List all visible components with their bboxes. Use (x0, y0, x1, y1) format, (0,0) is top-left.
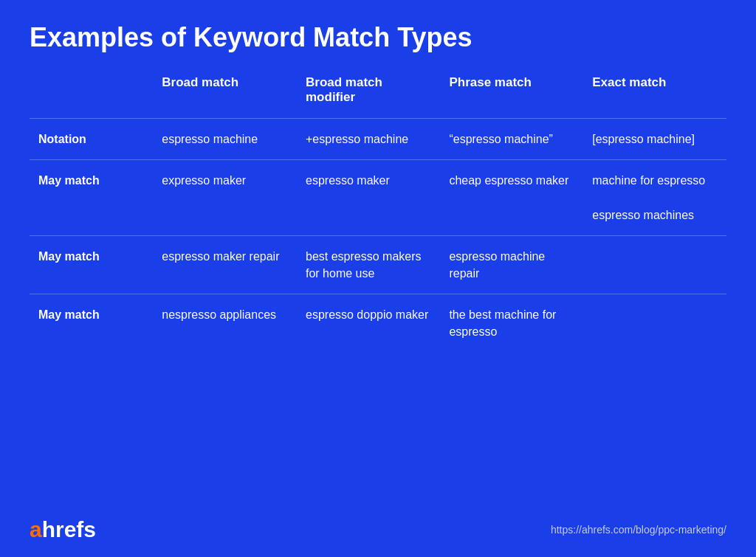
row-label-3: May match (30, 294, 153, 353)
col-header-0 (30, 75, 153, 119)
row-0-broad-modifier: +espresso machine (297, 119, 440, 160)
row-2-exact (583, 235, 726, 294)
row-label-0: Notation (30, 119, 153, 160)
table-wrapper: Broad match Broad match modifier Phrase … (30, 75, 726, 504)
row-0-exact: [espresso machine] (583, 119, 726, 160)
row-1-phrase: cheap espresso maker (440, 160, 583, 236)
row-label-1: May match (30, 160, 153, 236)
footer: ahrefs https://ahrefs.com/blog/ppc-marke… (30, 504, 726, 542)
row-1-exact: machine for espressoespresso machines (583, 160, 726, 236)
row-0-broad: espresso machine (153, 119, 297, 160)
page-title: Examples of Keyword Match Types (30, 22, 726, 53)
row-3-broad: nespresso appliances (153, 294, 297, 353)
col-header-exact: Exact match (583, 75, 726, 119)
row-2-broad: espresso maker repair (153, 235, 297, 294)
row-2-phrase: espresso machine repair (440, 235, 583, 294)
row-0-phrase: “espresso machine” (440, 119, 583, 160)
row-label-2: May match (30, 235, 153, 294)
ahrefs-logo: ahrefs (30, 517, 96, 542)
col-header-phrase: Phrase match (440, 75, 583, 119)
col-header-broad: Broad match (153, 75, 297, 119)
row-3-phrase: the best machine for espresso (440, 294, 583, 353)
col-header-broad-modifier: Broad match modifier (297, 75, 440, 119)
row-1-broad: expresso maker (153, 160, 297, 236)
main-container: Examples of Keyword Match Types Broad ma… (0, 0, 756, 557)
logo-a: a (30, 517, 42, 542)
row-2-broad-modifier: best espresso makers for home use (297, 235, 440, 294)
logo-rest: hrefs (42, 517, 96, 542)
table-row: May match espresso maker repair best esp… (30, 235, 726, 294)
row-1-broad-modifier: espresso maker (297, 160, 440, 236)
table-row: May match nespresso appliances espresso … (30, 294, 726, 353)
keyword-match-table: Broad match Broad match modifier Phrase … (30, 75, 726, 353)
footer-url: https://ahrefs.com/blog/ppc-marketing/ (551, 524, 726, 536)
table-row: Notation espresso machine +espresso mach… (30, 119, 726, 160)
table-row: May match expresso maker espresso maker … (30, 160, 726, 236)
row-3-broad-modifier: espresso doppio maker (297, 294, 440, 353)
row-3-exact (583, 294, 726, 353)
